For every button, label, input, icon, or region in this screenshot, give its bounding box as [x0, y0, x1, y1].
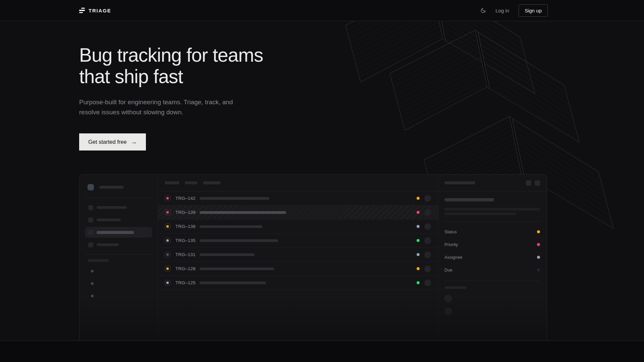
- detail-panel-header: [438, 175, 547, 191]
- sidebar-nav-item: [85, 239, 152, 250]
- avatar: [424, 251, 431, 258]
- issue-title-placeholder: [200, 253, 255, 256]
- theme-toggle-button[interactable]: [480, 8, 486, 13]
- mockup-sidebar-nav: [85, 202, 152, 250]
- detail-field-label: Status: [444, 229, 457, 234]
- sidebar-divider: [85, 197, 152, 198]
- brand-name: TRIAGE: [89, 8, 111, 13]
- avatar: [444, 295, 452, 302]
- detail-field-row: Assignee: [444, 251, 540, 263]
- footer-section: [0, 341, 644, 362]
- sidebar-dot: [91, 295, 94, 297]
- get-started-label: Get started free: [88, 139, 127, 145]
- avatar: [424, 237, 431, 244]
- nav-item-placeholder: [97, 219, 121, 221]
- filter-placeholder: [185, 181, 198, 184]
- nav-item-icon: [88, 242, 93, 247]
- sidebar-divider: [85, 254, 152, 255]
- panel-title-placeholder: [444, 181, 475, 184]
- issue-title-placeholder: [200, 282, 266, 284]
- avatar: [424, 209, 431, 216]
- status-dot: [417, 267, 420, 270]
- sidebar-nav-item-active: [85, 227, 152, 238]
- priority-icon: [165, 224, 170, 229]
- priority-icon: [165, 195, 170, 201]
- hero-heading: Bug tracking for teams that ship fast: [79, 44, 263, 87]
- sidebar-nav-item: [85, 215, 152, 225]
- detail-field-dot: [537, 256, 540, 259]
- mockup-detail-panel: Status Priority Assignee Due: [438, 175, 547, 341]
- issue-row: TRG–142: [158, 191, 438, 205]
- hero-heading-line2: that ship fast: [79, 66, 183, 87]
- issue-title-placeholder: [200, 225, 262, 228]
- sidebar-dot-list: [85, 270, 152, 297]
- detail-field-row: Priority: [444, 238, 540, 251]
- nav-item-icon: [88, 230, 93, 235]
- issue-row: TRG–135: [158, 234, 438, 248]
- nav-item-placeholder: [97, 206, 127, 209]
- sidebar-dot: [91, 282, 94, 285]
- issue-id: TRG–125: [175, 280, 196, 285]
- status-dot: [417, 239, 420, 242]
- priority-icon: [165, 209, 170, 215]
- status-dot: [417, 211, 420, 214]
- issue-id: TRG–128: [175, 266, 196, 271]
- top-nav: TRIAGE Log in Sign up: [0, 0, 644, 21]
- nav-right: Log in Sign up: [480, 4, 548, 17]
- issue-id: TRG–131: [175, 252, 196, 257]
- status-dot: [417, 253, 420, 256]
- panel-button-placeholder: [535, 180, 540, 186]
- avatar: [424, 280, 431, 286]
- detail-panel-body: Status Priority Assignee Due: [438, 191, 547, 315]
- detail-field-row: Due: [444, 263, 540, 276]
- status-dot: [417, 197, 420, 200]
- get-started-button[interactable]: Get started free →: [79, 133, 146, 150]
- priority-icon: [165, 252, 170, 257]
- issue-id: TRG–142: [175, 196, 196, 201]
- triage-logo-icon: [79, 8, 85, 13]
- signup-button[interactable]: Sign up: [519, 4, 548, 17]
- issue-row: TRG–128: [158, 262, 438, 276]
- arrow-right-icon: →: [131, 138, 137, 145]
- login-link[interactable]: Log in: [495, 8, 509, 13]
- issue-title-placeholder: [200, 267, 274, 270]
- app-mockup: TRG–142 TRG–139 TRG–138 TRG–135 TRG–131 …: [79, 174, 547, 341]
- nav-item-icon: [88, 205, 93, 210]
- detail-fields: Status Priority Assignee Due: [444, 225, 540, 276]
- avatar: [444, 308, 452, 315]
- detail-field-dot: [537, 243, 540, 246]
- priority-icon: [165, 280, 170, 286]
- issue-row: TRG–139: [158, 205, 438, 220]
- nav-inner: TRIAGE Log in Sign up: [79, 0, 548, 21]
- panel-header-buttons: [526, 180, 540, 186]
- avatar: [424, 223, 431, 230]
- priority-icon: [165, 238, 170, 243]
- detail-field-label: Priority: [444, 242, 458, 247]
- mockup-sidebar: [79, 175, 158, 341]
- issue-title-placeholder: [200, 211, 286, 214]
- issue-title-placeholder: [444, 198, 494, 201]
- issue-description-placeholder: [444, 213, 516, 215]
- priority-icon: [165, 266, 170, 272]
- filter-placeholder: [165, 181, 179, 184]
- issue-list-rows: TRG–142 TRG–139 TRG–138 TRG–135 TRG–131 …: [158, 191, 438, 290]
- issue-description-placeholder: [444, 208, 540, 210]
- sidebar-section-label-placeholder: [88, 259, 109, 262]
- workspace-icon: [88, 184, 94, 190]
- issue-list-header: [158, 175, 438, 191]
- issue-row: TRG–131: [158, 248, 438, 262]
- detail-field-row: Status: [444, 225, 540, 238]
- panel-divider: [444, 221, 540, 222]
- activity-label-placeholder: [444, 286, 466, 289]
- hero-heading-line1: Bug tracking for teams: [79, 44, 263, 66]
- status-dot: [417, 281, 420, 284]
- brand[interactable]: TRIAGE: [79, 8, 111, 13]
- detail-field-label: Due: [444, 267, 452, 273]
- sidebar-nav-item: [85, 202, 152, 213]
- detail-field-dot: [537, 268, 540, 272]
- hero-section: Bug tracking for teams that ship fast Pu…: [0, 21, 644, 341]
- issue-id: TRG–139: [175, 210, 196, 215]
- issue-id: TRG–138: [175, 224, 196, 229]
- issue-row: TRG–138: [158, 220, 438, 234]
- status-dot: [417, 225, 420, 228]
